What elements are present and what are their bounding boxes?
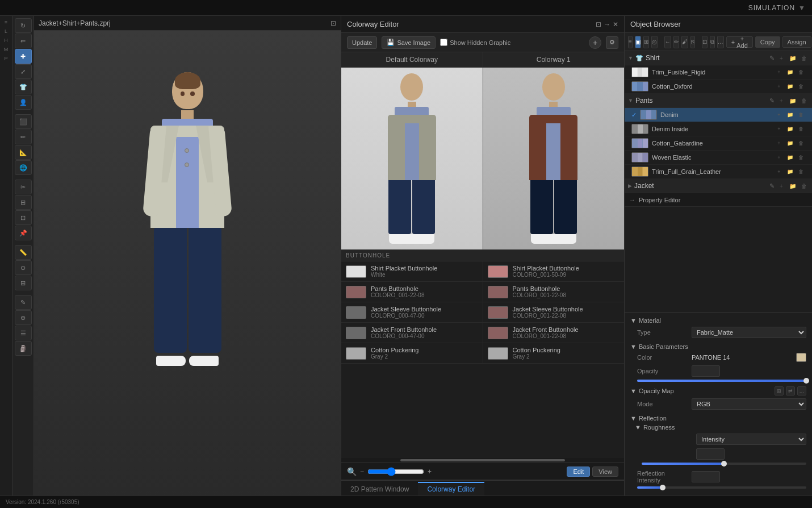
colorway-settings-button[interactable]: ⚙ <box>606 36 618 49</box>
tree-item-trim-fusible[interactable]: Trim_Fusible_Rigid + 📁 🗑 <box>625 65 812 80</box>
material-section-header[interactable]: ▼ Material <box>630 316 806 325</box>
reflection-header[interactable]: ▼ Reflection <box>630 414 806 423</box>
copy-material-button[interactable]: Copy <box>755 36 780 48</box>
trim-add-icon[interactable]: + <box>775 68 784 76</box>
fabric-view-btn[interactable]: ▣ <box>635 36 641 48</box>
grid-tool[interactable]: ⊞ <box>15 276 32 290</box>
l-del-icon[interactable]: 🗑 <box>796 168 805 176</box>
transform-tool[interactable]: ⤢ <box>15 64 32 79</box>
zoom-out-icon[interactable]: 🔍 <box>347 467 357 476</box>
oxford-add-icon[interactable]: + <box>775 82 784 90</box>
denim-add-icon[interactable]: + <box>775 111 784 119</box>
add-colorway-button[interactable]: + <box>589 36 601 49</box>
save-image-button[interactable]: 💾 Save Image <box>382 36 436 49</box>
sidebar-icon-5[interactable]: P <box>1 55 11 63</box>
reflection-slider-thumb[interactable] <box>660 485 665 490</box>
gab-del-icon[interactable]: 🗑 <box>796 139 805 147</box>
tab-2d-pattern[interactable]: 2D Pattern Window <box>341 482 418 495</box>
avatar-tool[interactable]: 👤 <box>15 95 32 110</box>
sidebar-icon-4[interactable]: M <box>1 45 11 53</box>
color-value[interactable]: PANTONE 14 <box>692 354 793 361</box>
tree-item-denim-inside[interactable]: Denim Inside + 📁 🗑 <box>625 122 812 136</box>
arrow-right-icon[interactable]: → <box>604 20 610 28</box>
bh-row-pants[interactable]: Pants Buttonhole COLORO_001-22-08 Pants … <box>341 282 624 302</box>
opacity-slider-track[interactable] <box>637 380 806 382</box>
select-obj-btn[interactable]: ⊡ <box>702 36 708 48</box>
cut-tool[interactable]: ✂ <box>15 180 32 194</box>
mode-select[interactable]: RGB <box>692 398 806 410</box>
mannequin-tool[interactable]: 🗿 <box>15 341 32 356</box>
gab-add-icon[interactable]: + <box>775 139 784 147</box>
arrow-left-btn[interactable]: ← <box>664 36 671 48</box>
reflection-intensity-input[interactable]: 15 <box>692 471 720 482</box>
di-del-icon[interactable]: 🗑 <box>796 125 805 133</box>
move-figure-tool[interactable]: ⇐ <box>15 34 32 48</box>
roughness-input[interactable]: 50 <box>696 448 725 460</box>
circle-pattern-tool[interactable]: ⊙ <box>15 260 32 275</box>
opacity-map-header[interactable]: ▼ Opacity Map ⊞ ⇌ … <box>630 385 806 397</box>
seam-tool[interactable]: ⊞ <box>15 195 32 210</box>
sidebar-icon-2[interactable]: L <box>1 27 11 35</box>
oxford-folder-icon[interactable]: 📁 <box>785 82 794 90</box>
list-view-btn[interactable]: ≡ <box>628 36 633 48</box>
bh-row-shirt-placket[interactable]: Shirt Placket Buttonhole White Shirt Pla… <box>341 261 624 282</box>
type-select[interactable]: Fabric_Matte <box>692 327 806 338</box>
roughness-type-select[interactable]: Intensity <box>696 434 806 445</box>
roughness-slider-track[interactable] <box>642 463 806 465</box>
zoom-minus-icon[interactable]: − <box>360 468 364 476</box>
zoom-plus-icon[interactable]: + <box>428 468 432 476</box>
denim-del-icon[interactable]: 🗑 <box>796 111 805 119</box>
sidebar-icon-1[interactable]: ≡ <box>1 18 11 26</box>
om-more-icon[interactable]: … <box>797 386 806 395</box>
shirt-add-btn[interactable]: + <box>777 53 786 63</box>
expand-icon[interactable]: ⊡ <box>330 19 336 27</box>
zoom-slider[interactable] <box>367 467 424 476</box>
shirt-folder-btn[interactable]: 📁 <box>788 53 797 63</box>
basic-params-header[interactable]: ▼ Basic Parameters <box>630 342 806 351</box>
tracing-tool[interactable]: ⊕ <box>15 310 32 325</box>
oxford-del-icon[interactable]: 🗑 <box>796 82 805 90</box>
pen-btn[interactable]: ✏ <box>673 36 679 48</box>
stitch-tool[interactable]: ⊡ <box>15 210 32 225</box>
expand-colorway-icon[interactable]: ⊡ <box>596 20 601 28</box>
grid-view-btn[interactable]: ⊞ <box>643 36 649 48</box>
pants-edit-icon[interactable]: ✎ <box>769 97 775 105</box>
bh-row-jacket-front[interactable]: Jacket Front Buttonhole COLORO_000-47-00… <box>341 323 624 343</box>
update-button[interactable]: Update <box>347 36 377 49</box>
tree-item-leather[interactable]: Trim_Full_Grain_Leather + 📁 🗑 <box>625 165 812 179</box>
opacity-input[interactable]: 100 <box>692 365 720 377</box>
annotation-tool[interactable]: ✎ <box>15 295 32 310</box>
tree-item-denim[interactable]: ✓ Denim + 📁 🗑 <box>625 108 812 122</box>
jacket-del-btn[interactable]: 🗑 <box>800 181 809 190</box>
l-add-icon[interactable]: + <box>775 168 784 176</box>
tree-item-cotton-oxford[interactable]: Cotton_Oxford + 📁 🗑 <box>625 80 812 94</box>
denim-folder-icon[interactable]: 📁 <box>785 111 794 119</box>
brush-tool[interactable]: ⬛ <box>15 114 32 129</box>
rotate-tool[interactable]: ↻ <box>15 18 32 33</box>
jacket-folder-btn[interactable]: 📁 <box>788 181 797 190</box>
bh-row-jacket-sleeve[interactable]: Jacket Sleeve Buttonhole COLORO_000-47-0… <box>341 302 624 323</box>
measure-tool[interactable]: 📏 <box>15 245 32 260</box>
tree-item-cotton-gabardine[interactable]: Cotton_Gabardine + 📁 🗑 <box>625 136 812 151</box>
shirt-del-btn[interactable]: 🗑 <box>800 53 809 63</box>
we-folder-icon[interactable]: 📁 <box>785 153 794 161</box>
more-btn[interactable]: … <box>717 36 724 48</box>
circle-view-btn[interactable]: ◎ <box>651 36 658 48</box>
color-swatch[interactable] <box>796 353 806 362</box>
show-hidden-input[interactable] <box>440 39 447 46</box>
we-del-icon[interactable]: 🗑 <box>796 153 805 161</box>
globe-tool[interactable]: 🌐 <box>15 160 32 175</box>
di-add-icon[interactable]: + <box>775 125 784 133</box>
gab-folder-icon[interactable]: 📁 <box>785 139 794 147</box>
pen-tool[interactable]: ✏ <box>15 130 32 144</box>
layer-tool[interactable]: ☰ <box>15 326 32 340</box>
close-colorway-icon[interactable]: ✕ <box>613 20 618 28</box>
trim-del-icon[interactable]: 🗑 <box>796 68 805 76</box>
assign-material-button[interactable]: Assign <box>782 36 811 48</box>
edit-view-tab[interactable]: Edit <box>567 467 590 477</box>
pin-tool[interactable]: 📌 <box>15 226 32 240</box>
shirt-section-header[interactable]: ▼ 👕 Shirt ✎ + 📁 🗑 <box>625 51 812 65</box>
tree-item-woven-elastic[interactable]: Woven Elastic + 📁 🗑 <box>625 151 812 165</box>
pants-add-btn[interactable]: + <box>777 96 786 105</box>
select-tool[interactable]: ✚ <box>15 49 32 64</box>
